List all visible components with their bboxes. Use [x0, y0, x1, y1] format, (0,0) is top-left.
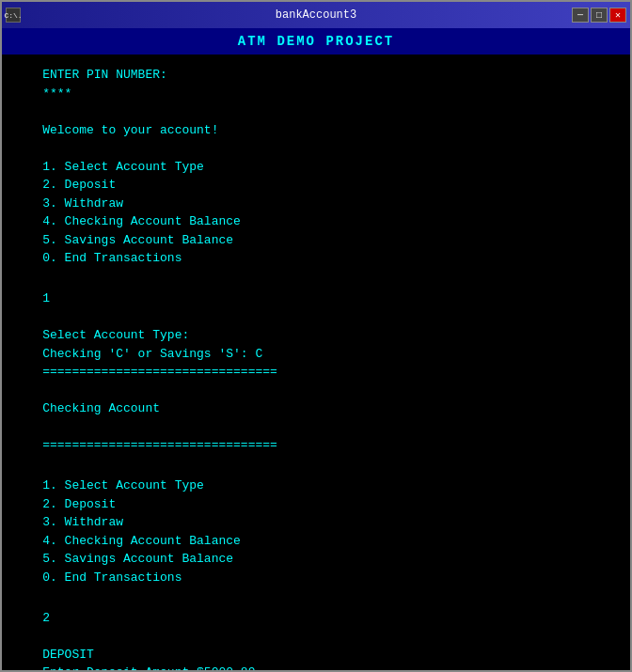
user-input-1: 1: [13, 289, 619, 308]
atm-header-text: ATM DEMO PROJECT: [238, 34, 394, 49]
blank7: [13, 459, 619, 477]
menu2-section: 1. Select Account Type 2. Deposit 3. Wit…: [13, 459, 619, 587]
terminal-output[interactable]: ENTER PIN NUMBER: **** Welcome to your a…: [2, 55, 630, 670]
menu2-item3: 3. Withdraw: [13, 513, 619, 532]
separator2: ================================: [13, 436, 619, 455]
menu2-item5: 5. Savings Account Balance: [13, 550, 619, 569]
menu2-item1: 1. Select Account Type: [13, 477, 619, 495]
pin-section: ENTER PIN NUMBER: **** Welcome to your a…: [13, 66, 619, 268]
menu1-item2: 2. Deposit: [13, 176, 619, 195]
checking-account-label: Checking Account: [13, 399, 619, 418]
menu1-item3: 3. Withdraw: [13, 195, 619, 213]
title-bar-buttons: ─ □ ✕: [572, 8, 626, 23]
welcome-text: Welcome to your account!: [13, 121, 619, 140]
menu2-item2: 2. Deposit: [13, 495, 619, 514]
blank8: [13, 590, 619, 609]
pin-dots: ****: [13, 85, 619, 103]
deposit-amount-prompt: Enter Deposit Amount $5000.89: [13, 664, 619, 670]
menu1-item5: 5. Savings Account Balance: [13, 231, 619, 250]
menu2-item0: 0. End Transactions: [13, 569, 619, 587]
menu1-item4: 4. Checking Account Balance: [13, 212, 619, 231]
main-window: C:\. bankAccount3 ─ □ ✕ ATM DEMO PROJECT…: [0, 0, 632, 672]
checking-or-savings-prompt: Checking 'C' or Savings 'S': C: [13, 345, 619, 364]
user-input-2: 2: [13, 609, 619, 628]
title-bar-left: C:\.: [6, 8, 21, 23]
blank3: [13, 272, 619, 290]
blank1: [13, 102, 619, 121]
deposit-section: 2 DEPOSIT Enter Deposit Amount $5000.89 …: [13, 590, 619, 670]
user-input-1-section: 1 Select Account Type: Checking 'C' or S…: [13, 272, 619, 455]
app-icon: C:\.: [6, 8, 21, 23]
blank5: [13, 382, 619, 400]
minimize-button[interactable]: ─: [572, 8, 589, 23]
blank4: [13, 308, 619, 327]
enter-pin-label: ENTER PIN NUMBER:: [13, 66, 619, 85]
separator1: ================================: [13, 363, 619, 382]
atm-header: ATM DEMO PROJECT: [2, 28, 630, 55]
select-account-type-label: Select Account Type:: [13, 326, 619, 345]
blank6: [13, 418, 619, 437]
menu1-item0: 0. End Transactions: [13, 249, 619, 268]
blank2: [13, 139, 619, 158]
window-title: bankAccount3: [276, 8, 356, 22]
close-button[interactable]: ✕: [609, 8, 626, 23]
maximize-button[interactable]: □: [591, 8, 608, 23]
menu2-item4: 4. Checking Account Balance: [13, 532, 619, 551]
title-bar: C:\. bankAccount3 ─ □ ✕: [2, 2, 630, 28]
menu1-item1: 1. Select Account Type: [13, 158, 619, 177]
deposit-header: DEPOSIT: [13, 646, 619, 664]
blank9: [13, 627, 619, 646]
